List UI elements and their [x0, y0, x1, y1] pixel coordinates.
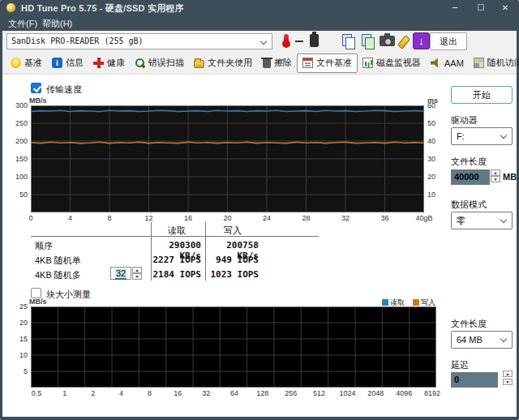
tab-label: 基准: [24, 57, 42, 69]
y-axis-tick: 20: [6, 319, 28, 327]
chart2-y-unit: MB/s: [29, 298, 47, 306]
tab-error-scan[interactable]: 错误扫描: [130, 54, 189, 73]
spin-up-icon[interactable]: ▲: [503, 371, 513, 377]
x-axis-tick: 24: [263, 214, 271, 222]
y2-axis-tick: 30: [427, 155, 435, 163]
file-length2-dropdown[interactable]: 64 MB: [451, 331, 513, 349]
y-axis-tick: 25: [6, 302, 28, 311]
spin-down-icon[interactable]: ▼: [132, 273, 142, 280]
x-axis-tick: 64: [230, 389, 238, 397]
y-axis-tick: 250: [6, 119, 28, 127]
save-button[interactable]: ↓: [413, 32, 430, 49]
y2-axis-tick: 50: [427, 119, 435, 127]
temperature-icon: [284, 34, 289, 45]
tab-label: 文件基准: [316, 57, 352, 69]
delay-input[interactable]: 0: [451, 372, 498, 388]
error-scan-icon: [135, 58, 145, 68]
app-window: HD Tune Pro 5.75 - 硬盘/SSD 实用程序 ─ ☐ ✕ 文件(…: [0, 0, 519, 420]
tab-aam[interactable]: AAM: [426, 54, 469, 73]
marker-icon: [397, 35, 410, 49]
menu-file[interactable]: 文件(F): [8, 18, 37, 30]
tab-file-benchmark[interactable]: 文件基准: [297, 54, 358, 73]
file-length2-label: 文件长度: [451, 318, 487, 330]
erase-icon: [263, 58, 271, 68]
data-mode-value: 零: [457, 216, 465, 225]
file-length-label: 文件长度: [451, 156, 487, 168]
block-size-label: 块大小测量: [46, 289, 91, 301]
tab-erase[interactable]: 擦除: [257, 54, 297, 73]
title-bar[interactable]: HD Tune Pro 5.75 - 硬盘/SSD 实用程序 ─ ☐ ✕: [0, 0, 519, 16]
maximize-button[interactable]: ☐: [469, 0, 493, 16]
table-read-value: 2184 IOPS: [152, 269, 201, 280]
table-header-write: 写入: [207, 225, 259, 237]
drive-dropdown[interactable]: F:: [451, 127, 513, 145]
app-icon: [6, 2, 16, 13]
copy-text-button[interactable]: [340, 32, 357, 49]
tab-disk-monitor[interactable]: 磁盘监视器: [358, 54, 426, 73]
drive-selector-value: SanDisk PRO-READER (255 gB): [11, 36, 144, 45]
queue-depth-value: 32: [115, 268, 127, 280]
screenshot-button[interactable]: [380, 36, 395, 46]
file-benchmark-icon: [302, 58, 313, 68]
x-axis-tick: 2: [91, 389, 95, 397]
x-axis-tick: 32: [202, 389, 210, 397]
queue-depth-spinner[interactable]: 32: [110, 267, 131, 280]
x-axis-tick: 512: [313, 389, 325, 397]
tab-label: AAM: [444, 58, 464, 68]
data-mode-label: 数据模式: [451, 199, 487, 211]
x-axis-tick: 256: [285, 389, 297, 397]
spin-up-icon[interactable]: ▲: [491, 169, 500, 176]
tab-random-access[interactable]: 随机访问: [469, 54, 519, 73]
file-length-input[interactable]: 40000: [451, 169, 490, 185]
y2-axis-tick: 20: [427, 173, 435, 181]
block-size-chart: [31, 306, 436, 388]
copy-icon: [340, 32, 357, 49]
copy-results-button[interactable]: [359, 32, 376, 49]
menu-bar: 文件(F) 帮助(H): [0, 16, 519, 31]
window-body: SanDisk PRO-READER (255 gB) ↓ 退出 基准i信息健康…: [2, 31, 517, 417]
spin-up-icon[interactable]: ▲: [132, 267, 142, 273]
copy-results-icon: [359, 32, 376, 49]
data-mode-dropdown[interactable]: 零: [451, 212, 513, 229]
temperature-dash-icon: [295, 41, 303, 42]
y-axis-tick: 300: [6, 101, 28, 109]
delay-arrows[interactable]: ▲▼: [503, 371, 513, 385]
menu-help[interactable]: 帮助(H): [42, 18, 72, 30]
folder-usage-icon: [194, 60, 204, 68]
spin-down-icon[interactable]: ▼: [503, 379, 513, 385]
queue-depth-arrows[interactable]: ▲▼: [132, 267, 142, 280]
tab-label: 擦除: [274, 57, 292, 69]
x-axis-tick: 16: [174, 389, 182, 397]
y-axis-tick: 15: [6, 335, 28, 343]
x-axis-tick: 40gB: [415, 214, 432, 222]
table-row-label: 顺序: [35, 240, 53, 252]
delay-label: 延迟: [451, 359, 469, 371]
transfer-speed-checkbox[interactable]: [31, 83, 41, 93]
table-header-read: 读取: [152, 225, 202, 237]
tab-info[interactable]: i信息: [47, 54, 88, 73]
file-length-arrows[interactable]: ▲▼: [491, 169, 500, 182]
x-axis-tick: 4: [68, 214, 72, 222]
close-button[interactable]: ✕: [493, 0, 517, 16]
chevron-down-icon: [260, 38, 267, 45]
tab-label: 随机访问: [487, 57, 519, 69]
drive-dropdown-value: F:: [457, 131, 465, 141]
x-axis-tick: 36: [380, 214, 388, 222]
tab-benchmark[interactable]: 基准: [6, 54, 47, 73]
x-axis-tick: 1: [62, 389, 66, 397]
spin-down-icon[interactable]: ▼: [491, 176, 500, 182]
minimize-button[interactable]: ─: [443, 0, 467, 16]
drive-selector-dropdown[interactable]: SanDisk PRO-READER (255 gB): [6, 33, 272, 49]
toolbar: SanDisk PRO-READER (255 gB) ↓ 退出: [2, 31, 517, 52]
start-button[interactable]: 开始: [451, 86, 513, 104]
x-axis-tick: 128: [256, 389, 268, 397]
tab-folder-usage[interactable]: 文件夹使用: [189, 54, 257, 73]
tab-health[interactable]: 健康: [88, 54, 130, 73]
x-axis-tick: 28: [302, 214, 310, 222]
x-axis-tick: 4096: [396, 389, 412, 397]
y2-axis-tick: 40: [427, 137, 435, 145]
tab-label: 健康: [107, 57, 125, 69]
benchmark-icon: [11, 58, 21, 68]
y-axis-tick: 5: [6, 367, 28, 375]
exit-button[interactable]: 退出: [430, 32, 467, 50]
